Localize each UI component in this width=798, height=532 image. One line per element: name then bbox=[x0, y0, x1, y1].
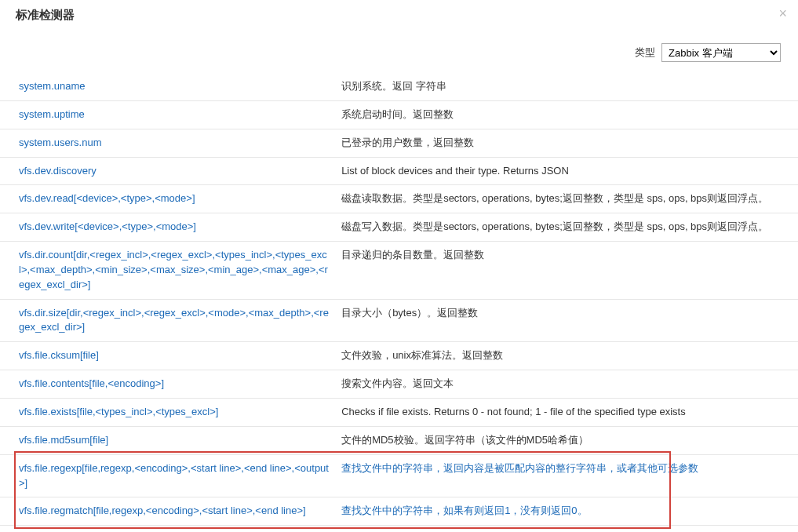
item-desc-cell: Checks if file exists. Returns 0 - not f… bbox=[335, 398, 798, 426]
item-key-link[interactable]: vfs.dev.discovery bbox=[19, 165, 97, 177]
table-row: vfs.file.cksum[file]文件效验，unix标准算法。返回整数 bbox=[0, 342, 798, 370]
table-row: system.uname识别系统。返回 字符串 bbox=[0, 73, 798, 100]
item-key-link[interactable]: vfs.file.regmatch[file,regexp,<encoding>… bbox=[19, 505, 306, 516]
item-key-cell: vfs.file.regexp[file,regexp,<encoding>,<… bbox=[0, 454, 335, 497]
filter-bar: 类型 Zabbix 客户端 bbox=[0, 26, 798, 73]
item-key-cell: vfs.file.contents[file,<encoding>] bbox=[0, 370, 335, 399]
items-table: system.uname识别系统。返回 字符串system.uptime系统启动… bbox=[0, 73, 798, 532]
table-row: vfs.dir.count[dir,<regex_incl>,<regex_ex… bbox=[0, 242, 798, 300]
item-desc-cell: List of block devices and their type. Re… bbox=[335, 157, 798, 185]
item-key-cell: vfs.file.cksum[file] bbox=[0, 342, 335, 370]
item-key-cell: vfs.dir.count[dir,<regex_incl>,<regex_ex… bbox=[0, 242, 335, 300]
item-desc-cell: 搜索文件内容。返回文本 bbox=[335, 370, 798, 399]
item-desc-cell: 磁盘写入数据。类型是sectors, operations, bytes;返回整… bbox=[335, 213, 798, 242]
table-row: vfs.file.md5sum[file]文件的MD5校验。返回字符串（该文件的… bbox=[0, 426, 798, 454]
table-wrap: system.uname识别系统。返回 字符串system.uptime系统启动… bbox=[0, 73, 798, 532]
item-key-cell: vfs.dev.write[<device>,<type>,<mode>] bbox=[0, 213, 335, 242]
item-key-link[interactable]: vfs.file.cksum[file] bbox=[19, 349, 99, 361]
item-key-link[interactable]: system.uptime bbox=[19, 108, 85, 120]
table-row: vfs.dev.discoveryList of block devices a… bbox=[0, 157, 798, 185]
table-row: vfs.file.size[file]文件大小（单位bytes）。返回整数 bbox=[0, 526, 798, 532]
item-key-cell: vfs.file.regmatch[file,regexp,<encoding>… bbox=[0, 497, 335, 526]
item-desc-cell: 查找文件中的字符串，如果有则返回1，没有则返回0。 bbox=[335, 497, 798, 526]
item-key-cell: vfs.file.exists[file,<types_incl>,<types… bbox=[0, 398, 335, 426]
item-key-cell: system.users.num bbox=[0, 129, 335, 157]
table-row: vfs.dev.read[<device>,<type>,<mode>]磁盘读取… bbox=[0, 185, 798, 213]
modal: 标准检测器 × 类型 Zabbix 客户端 system.uname识别系统。返… bbox=[0, 0, 798, 532]
item-key-link[interactable]: vfs.file.exists[file,<types_incl>,<types… bbox=[19, 406, 218, 417]
item-desc-cell: 查找文件中的字符串，返回内容是被匹配内容的整行字符串，或者其他可选参数 bbox=[335, 454, 798, 497]
table-row: system.users.num已登录的用户数量，返回整数 bbox=[0, 129, 798, 157]
table-row: vfs.file.regmatch[file,regexp,<encoding>… bbox=[0, 497, 798, 526]
item-key-cell: vfs.dev.read[<device>,<type>,<mode>] bbox=[0, 185, 335, 213]
item-key-link[interactable]: vfs.dev.write[<device>,<type>,<mode>] bbox=[19, 220, 196, 232]
item-desc-cell: 文件的MD5校验。返回字符串（该文件的MD5哈希值） bbox=[335, 426, 798, 454]
item-key-link[interactable]: vfs.dev.read[<device>,<type>,<mode>] bbox=[19, 192, 195, 204]
item-desc-cell: 文件大小（单位bytes）。返回整数 bbox=[335, 526, 798, 532]
item-desc-cell: 系统启动时间。返回整数 bbox=[335, 100, 798, 129]
type-label: 类型 bbox=[635, 46, 655, 60]
type-select[interactable]: Zabbix 客户端 bbox=[661, 43, 781, 62]
modal-header: 标准检测器 × bbox=[0, 0, 798, 26]
table-row: vfs.file.regexp[file,regexp,<encoding>,<… bbox=[0, 454, 798, 497]
item-key-link[interactable]: vfs.file.md5sum[file] bbox=[19, 434, 108, 446]
item-key-cell: system.uname bbox=[0, 73, 335, 100]
item-key-link[interactable]: vfs.file.contents[file,<encoding>] bbox=[19, 377, 164, 389]
item-desc-cell: 目录递归的条目数量。返回整数 bbox=[335, 242, 798, 300]
table-row: vfs.dir.size[dir,<regex_incl>,<regex_exc… bbox=[0, 299, 798, 342]
table-row: system.uptime系统启动时间。返回整数 bbox=[0, 100, 798, 129]
item-key-link[interactable]: vfs.file.regexp[file,regexp,<encoding>,<… bbox=[19, 462, 329, 489]
item-desc-cell: 识别系统。返回 字符串 bbox=[335, 73, 798, 100]
item-key-cell: vfs.dev.discovery bbox=[0, 157, 335, 185]
item-key-link[interactable]: system.uname bbox=[19, 80, 86, 92]
table-row: vfs.file.exists[file,<types_incl>,<types… bbox=[0, 398, 798, 426]
item-key-cell: system.uptime bbox=[0, 100, 335, 129]
item-key-link[interactable]: vfs.dir.size[dir,<regex_incl>,<regex_exc… bbox=[19, 307, 329, 333]
item-key-link[interactable]: vfs.dir.count[dir,<regex_incl>,<regex_ex… bbox=[19, 249, 328, 290]
item-key-link[interactable]: system.users.num bbox=[19, 137, 101, 148]
item-key-cell: vfs.file.md5sum[file] bbox=[0, 426, 335, 454]
item-desc-cell: 磁盘读取数据。类型是sectors, operations, bytes;返回整… bbox=[335, 185, 798, 213]
table-row: vfs.dev.write[<device>,<type>,<mode>]磁盘写… bbox=[0, 213, 798, 242]
item-key-cell: vfs.dir.size[dir,<regex_incl>,<regex_exc… bbox=[0, 299, 335, 342]
item-desc-cell: 已登录的用户数量，返回整数 bbox=[335, 129, 798, 157]
table-row: vfs.file.contents[file,<encoding>]搜索文件内容… bbox=[0, 370, 798, 399]
item-desc-cell: 文件效验，unix标准算法。返回整数 bbox=[335, 342, 798, 370]
close-icon[interactable]: × bbox=[778, 6, 787, 20]
modal-title: 标准检测器 bbox=[16, 8, 75, 21]
item-key-cell: vfs.file.size[file] bbox=[0, 526, 335, 532]
item-desc-cell: 目录大小（bytes）。返回整数 bbox=[335, 299, 798, 342]
